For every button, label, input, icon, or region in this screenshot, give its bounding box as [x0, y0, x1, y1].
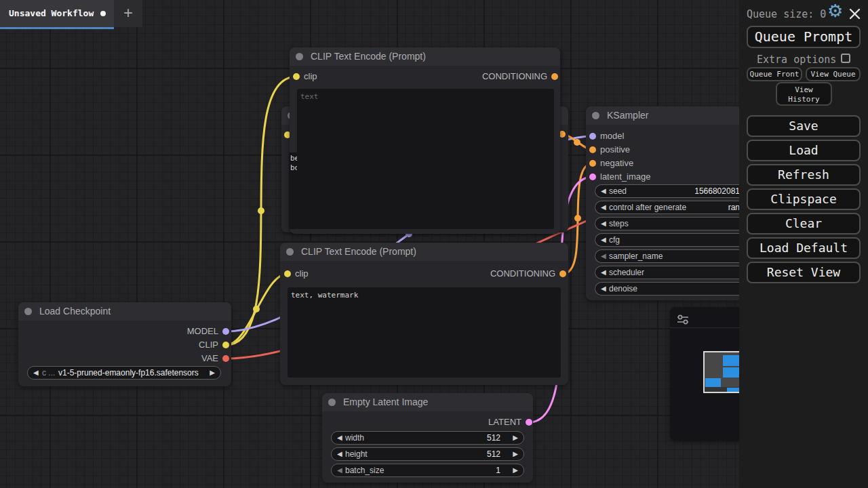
- widget-ckpt-name[interactable]: ◀c ...v1-5-pruned-emaonly-fp16.safetenso…: [27, 366, 221, 380]
- output-label: CONDITIONING: [482, 71, 547, 81]
- widget-height[interactable]: ◀height512▶: [331, 447, 524, 461]
- prompt-textarea[interactable]: text, watermark: [288, 287, 561, 378]
- collapse-dot-icon[interactable]: [328, 399, 336, 406]
- queue-size-label: Queue size: 0: [747, 8, 826, 20]
- input-dot-clip[interactable]: [284, 270, 291, 277]
- input-dot-latent_image[interactable]: [589, 174, 596, 180]
- node-title: KSampler: [607, 110, 648, 121]
- widget-value[interactable]: 512: [487, 433, 500, 443]
- clear-button[interactable]: Clear: [747, 213, 861, 235]
- link-clip-to-encode1-midpoint-dot: [258, 207, 264, 214]
- widget-label: batch_size: [345, 466, 384, 475]
- widget-width[interactable]: ◀width512▶: [331, 431, 524, 445]
- load-default-button[interactable]: Load Default: [747, 237, 861, 259]
- input-dot-negative[interactable]: [589, 160, 596, 167]
- output-dot-CONDITIONING[interactable]: [551, 73, 558, 80]
- load-checkpoint[interactable]: Load CheckpointMODELCLIPVAE◀c ...v1-5-pr…: [18, 302, 231, 386]
- node-titlebar[interactable]: Empty Latent Image: [322, 393, 533, 411]
- collapse-dot-icon[interactable]: [296, 53, 303, 60]
- output-dot-CONDITIONING[interactable]: [559, 270, 566, 277]
- hidden-prompt-textarea-clipped[interactable]: be bo: [289, 152, 297, 229]
- output-dot-MODEL[interactable]: [222, 328, 229, 335]
- input-dot-model[interactable]: [589, 133, 596, 140]
- load-button[interactable]: Load: [747, 140, 861, 161]
- prompt-textarea[interactable]: text: [297, 89, 554, 229]
- new-workflow-button[interactable]: +: [114, 0, 142, 27]
- prev-option-arrow-icon[interactable]: ◀: [33, 369, 39, 376]
- widget-label: sampler_name: [609, 251, 663, 261]
- input-label: positive: [600, 144, 630, 155]
- settings-gear-icon[interactable]: ⚙: [827, 1, 843, 21]
- clipspace-button[interactable]: Clipspace: [747, 188, 861, 210]
- decrement-arrow-icon[interactable]: ◀: [337, 450, 342, 458]
- preview-image-shape: [705, 378, 721, 387]
- textarea-placeholder: text: [300, 92, 319, 101]
- node-title: CLIP Text Encode (Prompt): [311, 51, 426, 62]
- node-titlebar[interactable]: Load Checkpoint: [18, 302, 231, 321]
- output-label: CLIP: [199, 340, 218, 350]
- ckpt-filename[interactable]: v1-5-pruned-emaonly-fp16.safetensors: [58, 368, 199, 378]
- widget-batch_size[interactable]: ◀batch_size1▶: [331, 464, 524, 477]
- queue-prompt-button[interactable]: Queue Prompt: [747, 26, 861, 48]
- widget-label: height: [345, 449, 368, 459]
- next-option-arrow-icon[interactable]: ▶: [210, 369, 215, 376]
- output-label: LATENT: [488, 417, 521, 427]
- ckpt-path-prefix: c ...: [42, 368, 55, 378]
- output-dot-LATENT[interactable]: [526, 419, 532, 426]
- decrement-arrow-icon[interactable]: ◀: [337, 434, 342, 441]
- sliders-icon[interactable]: [677, 314, 690, 326]
- queue-front-button[interactable]: Queue Front: [747, 67, 802, 81]
- increment-arrow-icon[interactable]: ▶: [513, 466, 518, 474]
- widget-label: denoise: [609, 284, 637, 293]
- widget-value[interactable]: 512: [487, 449, 500, 459]
- widget-label: steps: [609, 219, 629, 228]
- widget-value[interactable]: ran: [595, 203, 740, 212]
- collapse-dot-icon[interactable]: [24, 308, 32, 315]
- clip-text-encode-1[interactable]: CLIP Text Encode (Prompt)clipCONDITIONIN…: [290, 47, 560, 234]
- increment-arrow-icon[interactable]: ▶: [513, 450, 518, 458]
- clip-text-encode-2[interactable]: CLIP Text Encode (Prompt)clipCONDITIONIN…: [280, 243, 568, 385]
- decrement-arrow-icon[interactable]: ◀: [601, 236, 606, 243]
- output-dot-VAE[interactable]: [222, 355, 229, 362]
- node-titlebar[interactable]: CLIP Text Encode (Prompt): [280, 243, 568, 261]
- decrement-arrow-icon[interactable]: ◀: [337, 466, 342, 474]
- view-queue-button[interactable]: View Queue: [806, 67, 861, 81]
- input-dot-clip[interactable]: [293, 73, 300, 80]
- link-clip-to-encode2-midpoint-dot: [253, 306, 260, 312]
- output-label: MODEL: [187, 326, 218, 336]
- active-tab-underline: [0, 27, 114, 29]
- node-title: CLIP Text Encode (Prompt): [301, 246, 416, 257]
- node-title: Load Checkpoint: [39, 306, 111, 317]
- view-history-button[interactable]: ViewHistory: [776, 82, 832, 106]
- empty-latent-image[interactable]: Empty Latent ImageLATENT◀width512▶◀heigh…: [322, 393, 533, 483]
- output-dot-CLIP[interactable]: [222, 342, 229, 348]
- comfy-menu: Queue size: 0 ⚙ Queue Prompt Extra optio…: [739, 0, 868, 488]
- increment-arrow-icon[interactable]: ▶: [513, 434, 518, 441]
- reset-view-button[interactable]: Reset View: [747, 262, 861, 283]
- widget-value[interactable]: 1566802081: [595, 186, 740, 196]
- extra-options-checkbox[interactable]: [841, 54, 850, 63]
- link-negative-midpoint-dot: [574, 215, 581, 222]
- node-titlebar[interactable]: CLIP Text Encode (Prompt): [290, 47, 560, 66]
- unsaved-indicator-dot: [100, 11, 106, 16]
- collapse-dot-icon[interactable]: [592, 112, 599, 119]
- tab-unsaved-workflow[interactable]: Unsaved Workflow: [0, 0, 114, 27]
- collapse-dot-icon[interactable]: [286, 248, 294, 256]
- close-menu-icon[interactable]: [849, 8, 861, 20]
- refresh-button[interactable]: Refresh: [747, 164, 861, 186]
- decrement-arrow-icon[interactable]: ◀: [601, 220, 606, 227]
- decrement-arrow-icon[interactable]: ◀: [601, 252, 606, 260]
- save-button[interactable]: Save: [747, 115, 861, 137]
- input-label: negative: [600, 158, 633, 168]
- input-dot-positive[interactable]: [589, 146, 596, 153]
- widget-label: scheduler: [609, 268, 644, 277]
- decrement-arrow-icon[interactable]: ◀: [601, 285, 606, 292]
- output-label: CONDITIONING: [490, 268, 555, 279]
- widget-value[interactable]: 1: [496, 466, 500, 475]
- node-title: Empty Latent Image: [343, 396, 428, 407]
- tab-title: Unsaved Workflow: [9, 8, 94, 18]
- decrement-arrow-icon[interactable]: ◀: [601, 268, 606, 276]
- output-label: VAE: [201, 353, 218, 363]
- input-label: clip: [304, 71, 317, 81]
- input-label: latent_image: [600, 171, 650, 182]
